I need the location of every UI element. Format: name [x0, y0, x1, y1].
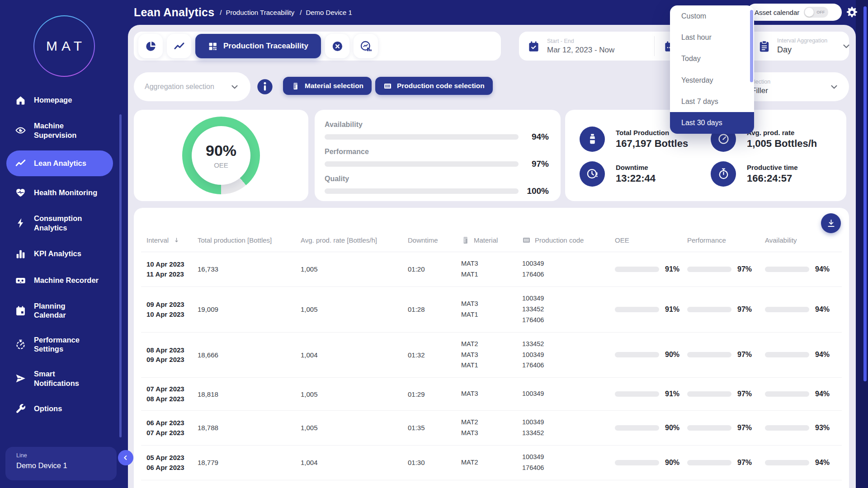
sidebar: MAT HomepageMachine SupervisionLean Anal…	[0, 0, 128, 488]
stat-label: Avg. prod. rate	[747, 129, 817, 136]
dropdown-option-yesterday[interactable]: Yesterday	[670, 70, 754, 91]
interval-date: 08 Apr 2023	[146, 394, 192, 404]
percent-value: 90%	[665, 351, 679, 359]
sidebar-item-machine-supervision[interactable]: Machine Supervision	[0, 117, 113, 144]
production-code-selection-button[interactable]: Production code selection	[375, 77, 493, 95]
date-range-picker[interactable]: Start - End Mar 12, 2023 - Now	[519, 38, 614, 55]
production-code-value: 100349	[522, 350, 609, 361]
asset-calendar-control: Asset calendar OFF	[747, 4, 842, 21]
pie-view-button[interactable]	[138, 34, 163, 58]
asset-calendar-toggle[interactable]: OFF	[804, 7, 828, 18]
column-header-material[interactable]: Material	[456, 236, 517, 244]
dropdown-option-today[interactable]: Today	[670, 48, 754, 70]
sidebar-item-smart-notifications[interactable]: Smart Notifications	[0, 365, 113, 392]
material-value: MAT2	[461, 457, 517, 468]
aggregation-select[interactable]: Aggregation selection	[134, 72, 250, 101]
column-header-avg-prod-rate-bottles-h[interactable]: Avg. prod. rate [Bottles/h]	[295, 236, 402, 244]
progress-track	[615, 391, 659, 397]
cell-availability: 94%	[760, 390, 842, 398]
cell-interval: 09 Apr 202310 Apr 2023	[141, 300, 192, 319]
sidebar-scrollbar[interactable]	[119, 114, 122, 437]
sidebar-item-performance-settings[interactable]: Performance Settings	[0, 331, 113, 358]
device-card[interactable]: Line Demo Device 1	[5, 447, 117, 480]
cell-production-codes: 100349176406	[517, 452, 609, 474]
pie-chart-icon	[145, 40, 157, 52]
production-code-value: 100349	[522, 293, 609, 304]
sidebar-item-consumption-analytics[interactable]: Consumption Analytics	[0, 209, 113, 237]
dropdown-option-last-30-days[interactable]: Last 30 days	[670, 112, 754, 133]
sidebar-item-label: Health Monitoring	[34, 188, 97, 197]
cell-interval: 10 Apr 202311 Apr 2023	[141, 259, 192, 279]
trend-icon	[15, 158, 26, 169]
sort-descending-icon[interactable]	[173, 236, 180, 244]
sidebar-item-machine-recorder[interactable]: Machine Recorder	[0, 270, 113, 291]
clear-view-button[interactable]	[325, 34, 349, 58]
column-header-performance[interactable]: Performance	[682, 236, 760, 244]
download-button[interactable]	[821, 213, 841, 233]
sidebar-item-kpi-analytics[interactable]: KPI Analytics	[0, 244, 113, 264]
interval-aggregation-select[interactable]: Interval Aggregation Day	[750, 32, 851, 61]
barcode-icon	[522, 236, 531, 244]
material-selection-button[interactable]: Material selection	[283, 77, 372, 95]
sidebar-collapse-button[interactable]	[118, 450, 133, 465]
cell-production-codes: 133452100349176406	[517, 339, 609, 371]
kpi-bar-label: Quality	[325, 175, 549, 183]
sidebar-item-health-monitoring[interactable]: Health Monitoring	[0, 183, 113, 203]
column-header-oee[interactable]: OEE	[609, 236, 682, 244]
column-header-production-code[interactable]: Production code	[517, 236, 609, 244]
cell-availability: 94%	[760, 459, 842, 467]
trend-view-button[interactable]	[167, 34, 191, 58]
cell-interval: 06 Apr 202307 Apr 2023	[141, 418, 192, 438]
cell-avg-rate: 1,005	[295, 305, 402, 313]
stat-value: 166:24:57	[747, 173, 798, 184]
column-header-interval[interactable]: Interval	[141, 236, 192, 244]
dropdown-option-last-7-days[interactable]: Last 7 days	[670, 91, 754, 112]
cell-performance: 97%	[682, 305, 760, 314]
page-scrollbar[interactable]	[863, 6, 867, 381]
table-row: 10 Apr 202311 Apr 202316,7331,00501:20MA…	[141, 252, 842, 287]
breadcrumb-section[interactable]: Production Traceability	[220, 9, 294, 16]
column-header-downtime[interactable]: Downtime	[402, 236, 456, 244]
sidebar-item-lean-analytics[interactable]: Lean Analytics	[6, 150, 113, 176]
percent-value: 97%	[737, 390, 752, 398]
percent-value: 94%	[815, 305, 830, 314]
planning-calendar-icon	[15, 305, 26, 316]
percent-value: 94%	[815, 459, 830, 467]
traceability-table-card: IntervalTotal production [Bottles]Avg. p…	[134, 208, 849, 488]
percent-value: 97%	[737, 265, 752, 273]
column-header-label: Total production [Bottles]	[198, 236, 272, 244]
info-icon[interactable]	[256, 78, 274, 96]
column-header-availability[interactable]: Availability	[760, 236, 842, 244]
dropdown-option-custom[interactable]: Custom	[670, 5, 754, 27]
production-code-value: 176406	[522, 463, 609, 474]
stat-text: Downtime13:22:44	[616, 164, 656, 184]
stopwatch-icon	[711, 161, 736, 187]
interval-date: 07 Apr 2023	[146, 428, 192, 438]
settings-gear-icon[interactable]	[845, 6, 859, 19]
kpi-bars-card: Availability94%Performance97%Quality100%	[315, 110, 561, 201]
progress-track	[687, 352, 731, 357]
column-header-label: OEE	[615, 236, 629, 244]
line-chart-icon	[173, 40, 185, 52]
dropdown-scrollbar[interactable]	[750, 10, 753, 82]
report-view-button[interactable]	[354, 34, 378, 58]
material-value: MAT3	[461, 258, 517, 269]
sidebar-item-planning-calendar[interactable]: Planning Calendar	[0, 297, 113, 324]
production-traceability-button[interactable]: Production Traceability	[195, 34, 321, 58]
performance-gauge-icon	[15, 339, 26, 350]
sidebar-item-options[interactable]: Options	[0, 399, 113, 419]
sidebar-item-label: Smart Notifications	[34, 369, 79, 388]
stat-label: Downtime	[616, 164, 656, 171]
cell-oee: 90%	[609, 351, 682, 359]
sidebar-item-label: Machine Supervision	[34, 121, 76, 140]
material-value: MAT3	[461, 350, 517, 361]
dropdown-option-last-hour[interactable]: Last hour	[670, 27, 754, 48]
breadcrumb-device[interactable]: Demo Device 1	[300, 9, 352, 16]
table-row: 07 Apr 202308 Apr 202318,8181,00501:29MA…	[141, 378, 842, 411]
cell-performance: 97%	[682, 351, 760, 359]
sidebar-item-label: Performance Settings	[34, 335, 80, 354]
progress-track	[615, 460, 659, 465]
sidebar-item-homepage[interactable]: Homepage	[0, 90, 113, 110]
column-header-total-production-bottles[interactable]: Total production [Bottles]	[192, 236, 295, 244]
interval-date: 06 Apr 2023	[146, 418, 192, 428]
